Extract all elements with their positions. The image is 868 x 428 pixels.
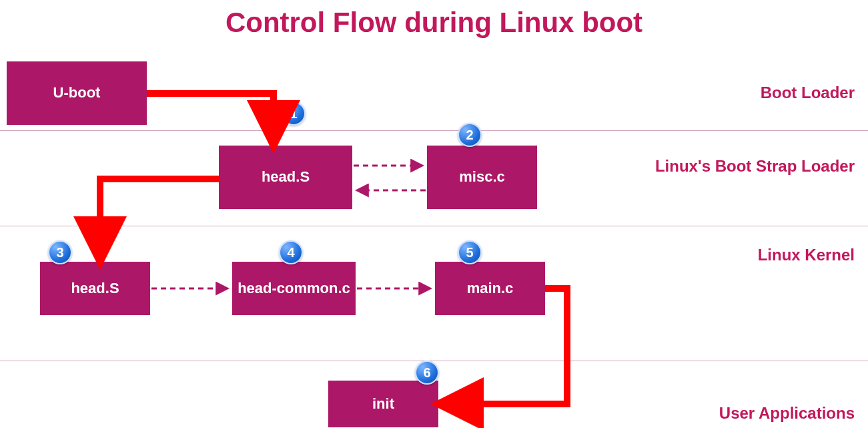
badge-2: 2: [458, 123, 482, 147]
divider-3: [0, 361, 868, 361]
box-main: main.c: [435, 262, 545, 315]
box-uboot: U-boot: [7, 61, 147, 125]
divider-1: [0, 130, 868, 131]
arrow-uboot-to-heads: [147, 93, 274, 140]
box-head-s-1: head.S: [219, 146, 352, 209]
badge-4: 4: [279, 240, 303, 264]
badge-6: 6: [415, 361, 439, 385]
box-head-s-2: head.S: [40, 262, 150, 315]
arrow-heads1-to-heads2: [100, 179, 219, 256]
section-bootstrap-loader: Linux's Boot Strap Loader: [655, 157, 855, 176]
section-boot-loader: Boot Loader: [761, 83, 855, 102]
section-user-apps: User Applications: [719, 404, 855, 423]
diagram-title: Control Flow during Linux boot: [0, 0, 868, 39]
badge-3: 3: [48, 240, 72, 264]
box-misc: misc.c: [427, 146, 537, 209]
badge-1: 1: [282, 101, 306, 126]
box-init: init: [328, 381, 438, 427]
box-head-common: head-common.c: [232, 262, 356, 315]
divider-2: [0, 226, 868, 226]
badge-5: 5: [458, 240, 482, 264]
section-linux-kernel: Linux Kernel: [758, 246, 855, 264]
